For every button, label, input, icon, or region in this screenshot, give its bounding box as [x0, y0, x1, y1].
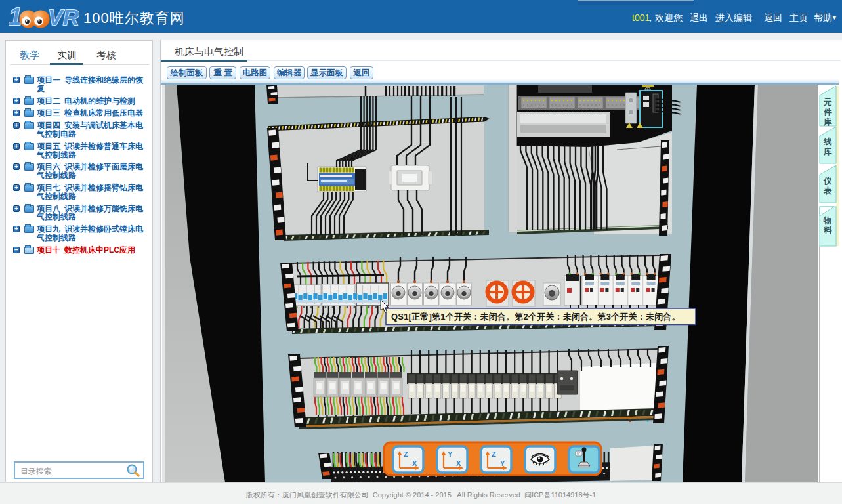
svg-text:库: 库 — [823, 117, 832, 127]
svg-text:VR: VR — [48, 5, 79, 30]
svg-text:Z: Z — [492, 450, 496, 458]
svg-text:1: 1 — [9, 3, 22, 30]
svg-text:物: 物 — [823, 216, 832, 225]
svg-text:Y: Y — [500, 459, 505, 467]
svg-text:料: 料 — [823, 226, 832, 235]
svg-text:X: X — [412, 459, 417, 467]
svg-text:Z: Z — [404, 450, 408, 458]
svg-text:QS1[正常]第1个开关：未闭合。第2个开关：未闭合。第3个: QS1[正常]第1个开关：未闭合。第2个开关：未闭合。第3个开关：未闭合。 — [391, 312, 681, 322]
svg-text:Y: Y — [448, 450, 453, 458]
svg-text:表: 表 — [824, 186, 832, 196]
svg-text:线: 线 — [823, 137, 832, 146]
svg-text:库: 库 — [823, 147, 832, 156]
svg-text:元: 元 — [823, 98, 832, 107]
svg-text:件: 件 — [823, 108, 832, 117]
svg-text:X: X — [456, 459, 461, 467]
svg-text:仪: 仪 — [823, 177, 832, 186]
